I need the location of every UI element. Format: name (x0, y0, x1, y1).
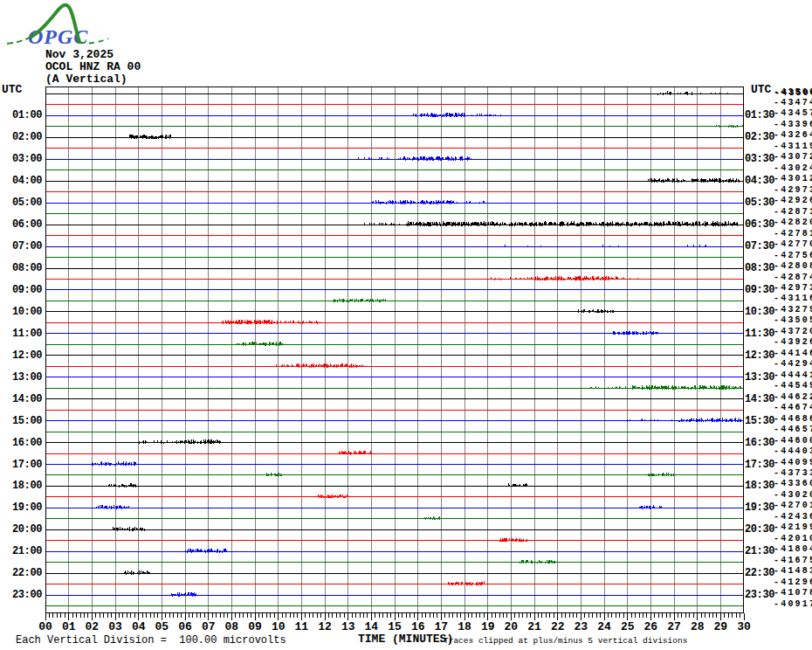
trace-value-label: -44686 (774, 414, 812, 424)
minute-label: 08 (224, 620, 238, 633)
trace-value-label: -40917 (774, 599, 812, 609)
trace-value-label: -42199 (774, 522, 812, 532)
left-time-label: 09:00 (0, 284, 42, 296)
trace-value-label: -44600 (774, 436, 812, 446)
trace-event-signal (92, 461, 136, 466)
trace-event-signal (97, 505, 663, 509)
trace-value-label: -42781 (774, 229, 812, 239)
left-time-label: 04:00 (0, 175, 42, 187)
trace-event-signal (334, 299, 385, 302)
trace-value-label: -42820 (774, 218, 812, 227)
trace-value-label: -42436 (774, 512, 812, 522)
minute-label: 26 (643, 620, 657, 633)
trace-value-label: -43024 (774, 163, 812, 173)
opgc-logo: OPGC (5, 2, 115, 52)
trace-value-label: -44441 (774, 370, 812, 380)
left-time-label: 14:00 (0, 393, 42, 405)
minute-label: 17 (434, 620, 448, 633)
trace-event-signal (626, 418, 741, 422)
minute-label: 15 (388, 620, 402, 633)
minute-label: 29 (713, 620, 727, 633)
right-time-label: 15:30 (745, 415, 774, 427)
trace-value-label: -41804 (774, 544, 812, 554)
trace-value-label: -44146 (774, 349, 812, 358)
trace-value-label: -44674 (774, 403, 812, 412)
trace-event-signal (266, 473, 673, 476)
trace-event-signal (129, 135, 170, 140)
left-time-label: 11:00 (0, 328, 42, 340)
left-time-label: 02:00 (0, 131, 42, 143)
left-time-label: 05:00 (0, 197, 42, 209)
trace-value-label: -41675 (774, 556, 812, 565)
right-time-label: 04:30 (745, 175, 774, 187)
trace-event-signal (125, 570, 150, 575)
trace-value-label: -41483 (774, 566, 812, 576)
right-time-label: 13:30 (745, 371, 774, 384)
right-time-label: 09:30 (745, 284, 774, 296)
right-time-label: 01:30 (745, 109, 774, 121)
minute-label: 27 (667, 620, 681, 633)
right-time-label: 08:30 (745, 262, 774, 274)
right-time-label: 02:30 (745, 131, 774, 143)
trace-value-label: -42010 (774, 534, 812, 543)
right-time-label: 23:30 (745, 589, 774, 601)
minute-label: 12 (318, 620, 332, 633)
trace-value-label: -41296 (774, 577, 812, 587)
minute-label: 25 (621, 620, 635, 633)
utc-label-left: UTC (2, 83, 22, 96)
trace-value-label: -43733 (774, 468, 812, 478)
left-time-label: 23:00 (0, 589, 42, 601)
trace-value-label: -44622 (774, 392, 812, 402)
trace-value-label: -42926 (774, 196, 812, 205)
trace-value-label: -41078 (774, 588, 812, 598)
helicorder-plot (44, 86, 746, 625)
trace-event-signal (579, 309, 614, 313)
left-time-label: 19:00 (0, 501, 42, 514)
trace-value-label: -42701 (774, 501, 812, 510)
trace-event-signal (657, 91, 731, 95)
trace-value-label: -42756 (774, 251, 812, 260)
minute-label: 24 (597, 620, 611, 633)
right-time-label: 06:30 (745, 218, 774, 231)
right-time-label: 07:30 (745, 240, 774, 252)
left-time-label: 06:00 (0, 218, 42, 231)
clip-note: Traces clipped at plus/minus 5 vertical … (444, 636, 687, 646)
right-time-label: 17:30 (745, 459, 774, 471)
right-time-label: 18:30 (745, 480, 774, 492)
minute-label: 10 (272, 620, 286, 633)
trace-event-signal (171, 592, 196, 597)
right-time-label: 11:30 (745, 328, 774, 340)
scale-note: Each Vertical Division = 100.00 microvol… (16, 634, 286, 647)
trace-event-signal (499, 538, 527, 543)
minute-label: 01 (62, 620, 76, 633)
minute-label: 03 (108, 620, 122, 633)
trace-event-signal (237, 342, 283, 346)
trace-value-label: -42770 (774, 239, 812, 249)
trace-value-label: -44549 (774, 381, 812, 391)
component-line: (A Vertical) (45, 73, 127, 86)
trace-value-label: -43720 (774, 327, 812, 336)
utc-label-right: UTC (751, 83, 771, 96)
trace-event-signal (113, 527, 144, 531)
trace-event-signal (448, 581, 484, 585)
minute-label: 06 (178, 620, 192, 633)
trace-value-label: -43500 (774, 87, 812, 97)
trace-value-label: -42973 (774, 185, 812, 195)
right-time-label: 19:30 (745, 501, 774, 514)
minute-label: 22 (551, 620, 565, 633)
minute-label: 16 (411, 620, 425, 633)
left-time-label: 08:00 (0, 262, 42, 274)
trace-event-signal (276, 363, 363, 368)
trace-value-label: -42808 (774, 261, 812, 271)
left-time-label: 16:00 (0, 437, 42, 449)
left-time-label: 12:00 (0, 349, 42, 362)
trace-value-label: -43020 (774, 490, 812, 500)
trace-event-signal (223, 320, 320, 324)
minute-label: 02 (85, 620, 99, 633)
right-time-label: 03:30 (745, 153, 774, 165)
right-time-label: 20:30 (745, 523, 774, 536)
trace-value-label: -43360 (774, 479, 812, 488)
left-time-label: 07:00 (0, 240, 42, 252)
trace-event-signal (365, 221, 738, 226)
trace-value-label: -43505 (774, 315, 812, 325)
